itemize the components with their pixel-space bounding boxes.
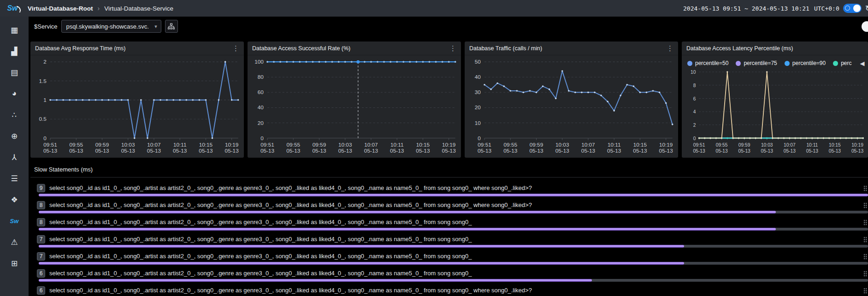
pie-chart-icon: ◕ [12,89,17,98]
sidebar-item-scatter[interactable]: ∴ [7,108,21,122]
service-mesh-icon: ⅄ [12,153,17,162]
slow-statement-row[interactable]: 8select song0_.id as id1_0_, song0_.arti… [30,201,868,218]
svg-text:05-13: 05-13 [478,148,491,154]
svg-text:09:55: 09:55 [504,142,518,148]
sql-statement-text: select song0_.id as id1_0_, song0_.artis… [49,253,472,260]
sidebar-item-log-list[interactable]: ☰ [7,172,21,185]
sidebar-item-dashboard[interactable]: ▦ [7,23,21,37]
topology-button[interactable] [165,20,178,33]
slow-statement-line: 7select song0_.id as id1_0_, song0_.arti… [37,252,868,260]
svg-text:05-13: 05-13 [225,148,239,154]
panel-menu-button[interactable]: ⋮ [667,45,673,52]
panel-menu-button[interactable]: ⋮ [232,45,239,52]
charts-row: Database Avg Response Time (ms)⋮21.510.5… [30,41,868,158]
slow-statements-title: Slow Statements (ms) [30,161,868,178]
legend-item-3[interactable]: percentile=90 [785,60,826,66]
slow-statement-line: 6select song0_.id as id1_0_, song0_.arti… [37,269,868,278]
svg-text:10:19: 10:19 [442,142,455,148]
chart-canvas: 21.510.5009:5105-1309:5505-1309:5905-131… [30,55,244,158]
svg-text:10:15: 10:15 [199,142,213,148]
duration-bar-track [39,211,868,213]
svg-text:0: 0 [260,135,264,141]
bar-chart-icon: ▟ [11,47,17,56]
svg-text:05-13: 05-13 [784,148,796,154]
legend-label: percentile=90 [792,60,826,66]
svg-text:10:07: 10:07 [784,142,796,148]
clock-icon [845,6,850,11]
svg-text:50: 50 [475,59,481,65]
duration-bar-fill [39,194,868,196]
sidebar-item-network-hub[interactable]: ❖ [7,193,21,207]
row-handle-icon [863,271,867,277]
svg-text:09:55: 09:55 [70,142,83,148]
sidebar-item-settings-grid[interactable]: ⊞ [7,256,21,270]
legend-scroll-left-icon[interactable]: ◀ [860,60,865,67]
svg-text:05-13: 05-13 [633,148,647,154]
duration-badge: 9 [37,184,45,192]
sql-statement-text: select song0_.id as id1_0_, song0_.artis… [49,287,532,294]
service-select[interactable]: psql.skywalking-showcase.svc. ▾ [61,20,161,33]
topology-icon [168,23,175,30]
sidebar-item-bar-chart[interactable]: ▟ [7,44,21,58]
sidebar-item-pie-chart[interactable]: ◕ [7,87,21,101]
sql-statement-text: select song0_.id as id1_0_, song0_.artis… [49,270,472,277]
slow-statement-row[interactable]: 8select song0_.id as id1_0_, song0_.arti… [30,218,868,235]
legend-dot-icon [833,61,838,66]
svg-text:10: 10 [691,69,696,75]
sidebar-item-database[interactable]: ▤ [7,65,21,79]
settings-grid-icon: ⊞ [11,259,18,268]
slow-statement-row[interactable]: 7select song0_.id as id1_0_, song0_.arti… [30,235,868,252]
auto-refresh-toggle[interactable] [843,4,862,13]
sidebar-item-browser-globe[interactable]: ⊕ [7,129,21,143]
duration-bar-track [39,228,868,231]
panel-header: Database Access Latency Percentile (ms) [682,41,868,55]
slow-statement-row[interactable]: 7select song0_.id as id1_0_, song0_.arti… [30,252,868,269]
svg-text:05-13: 05-13 [390,148,404,154]
slow-statement-line: 9select song0_.id as id1_0_, song0_.arti… [37,184,868,192]
row-handle-icon [863,185,867,191]
legend-item-2[interactable]: percentile=75 [736,60,777,66]
chevron-down-icon: ▾ [154,24,157,30]
panel-menu-button[interactable]: ⋮ [449,45,456,52]
svg-text:10:03: 10:03 [121,142,135,148]
svg-text:2: 2 [43,59,47,65]
slow-statement-row[interactable]: 9select song0_.id as id1_0_, song0_.arti… [30,184,868,201]
svg-text:8: 8 [693,82,696,88]
duration-bar-fill [39,245,684,248]
duration-badge: 8 [37,201,45,209]
svg-text:6: 6 [693,95,696,101]
legend-item-1[interactable]: percentile=50 [687,60,728,66]
svg-text:10:07: 10:07 [364,142,378,148]
svg-text:05-13: 05-13 [147,148,161,154]
legend-label: percentile=75 [744,60,777,66]
alarm-icon: ⚠ [11,237,18,247]
toolbar-edge-knob[interactable] [862,21,868,32]
svg-text:05-13: 05-13 [312,148,326,154]
breadcrumb-root-link[interactable]: Virtual-Database-Root [28,5,93,12]
duration-bar-track [39,279,868,282]
chart-canvas: 5040302010009:5105-1309:5505-1309:5905-1… [465,55,678,158]
svg-text:10:03: 10:03 [555,142,569,148]
panel-body: percentile=50percentile=75percentile=90p… [682,55,868,158]
database-icon: ▤ [11,68,18,77]
toggle-knob [853,5,861,12]
sql-statement-text: select song0_.id as id1_0_, song0_.artis… [49,219,472,225]
skywalking-logo[interactable]: Sw [0,4,25,12]
duration-bar-track [39,245,868,248]
svg-text:05-13: 05-13 [607,148,621,154]
slow-statement-row[interactable]: 6select song0_.id as id1_0_, song0_.arti… [30,269,868,286]
svg-text:40: 40 [258,105,264,111]
svg-text:60: 60 [258,89,264,95]
svg-text:05-13: 05-13 [416,148,430,154]
time-range-picker[interactable]: 2024-05-13 09:51 ~ 2024-05-13 10:21 [683,5,809,12]
svg-text:10: 10 [475,120,481,126]
svg-text:40: 40 [475,74,481,80]
sidebar-item-service-mesh[interactable]: ⅄ [7,150,21,164]
slow-statement-row[interactable]: 6select song0_.id as id1_0_, song0_.arti… [30,286,868,296]
legend-item-4[interactable]: perc [833,60,851,66]
legend-dot-icon [687,61,692,66]
refresh-icon[interactable]: ↻ [865,4,868,13]
sidebar-item-skywalking[interactable]: Sw [7,214,21,228]
panel-database-access-latency-percentile-ms: Database Access Latency Percentile (ms)p… [682,41,868,158]
sidebar-item-alarm[interactable]: ⚠ [7,235,21,249]
